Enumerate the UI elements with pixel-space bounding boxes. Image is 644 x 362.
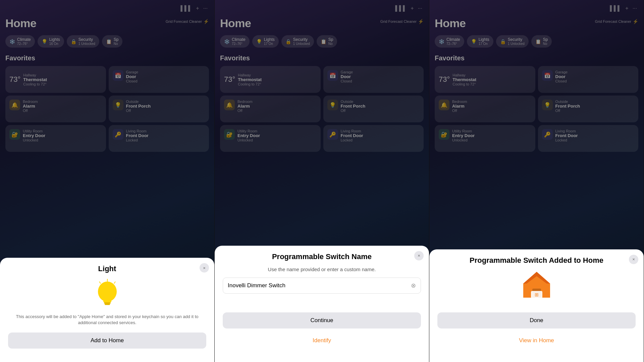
svg-point-0 xyxy=(98,282,117,302)
close-button[interactable]: × xyxy=(629,255,638,264)
modal-title: Programmable Switch Name xyxy=(223,252,421,261)
done-button[interactable]: Done xyxy=(437,312,636,328)
phone-panel-2: ▌▌▌ + ··· Home Grid Forecast Cleaner ⚡ ❄… xyxy=(215,0,429,362)
modal-subtitle: Use the name provided or enter a custom … xyxy=(223,266,421,272)
bulb-icon-wrapper xyxy=(8,279,206,314)
modal-title: Programmable Switch Added to Home xyxy=(437,256,636,265)
continue-button[interactable]: Continue xyxy=(223,312,421,328)
svg-rect-1 xyxy=(103,300,111,302)
switch-name-input-row[interactable]: ⊗ xyxy=(223,278,421,294)
view-in-home-button[interactable]: View in Home xyxy=(437,333,636,349)
spacer xyxy=(223,299,421,312)
added-modal: × Programmable Switch Added to Home ⊞ xyxy=(429,249,644,362)
svg-rect-2 xyxy=(104,302,111,304)
close-button[interactable]: × xyxy=(200,263,209,273)
modal-description: This accessory will be added to "Apple H… xyxy=(8,314,206,326)
house-icon: ⊞ xyxy=(522,270,552,300)
svg-line-5 xyxy=(99,282,101,284)
phone-panel-1: ▌▌▌ + ··· Home Grid Forecast Cleaner ⚡ ❄… xyxy=(0,0,215,362)
phone-panel-3: ▌▌▌ + ··· Home Grid Forecast Cleaner ⚡ ❄… xyxy=(429,0,644,362)
svg-rect-3 xyxy=(105,304,110,305)
add-to-home-button[interactable]: Add to Home xyxy=(8,333,206,349)
view-in-home-wrapper: View in Home xyxy=(437,333,636,349)
close-button[interactable]: × xyxy=(414,251,424,260)
identify-button[interactable]: Identify xyxy=(223,333,421,349)
svg-text:⊞: ⊞ xyxy=(535,292,539,297)
switch-name-modal: × Programmable Switch Name Use the name … xyxy=(215,246,429,362)
house-icon-wrapper: ⊞ xyxy=(437,270,636,302)
lightbulb-icon xyxy=(94,279,121,312)
modal-title: Light xyxy=(8,264,206,273)
identify-wrapper: Identify xyxy=(223,333,421,349)
light-modal: × Light This accessory will be added to … xyxy=(0,258,214,362)
switch-name-input[interactable] xyxy=(228,282,411,289)
svg-line-6 xyxy=(114,282,115,284)
clear-input-button[interactable]: ⊗ xyxy=(411,282,416,289)
spacer xyxy=(437,307,636,312)
